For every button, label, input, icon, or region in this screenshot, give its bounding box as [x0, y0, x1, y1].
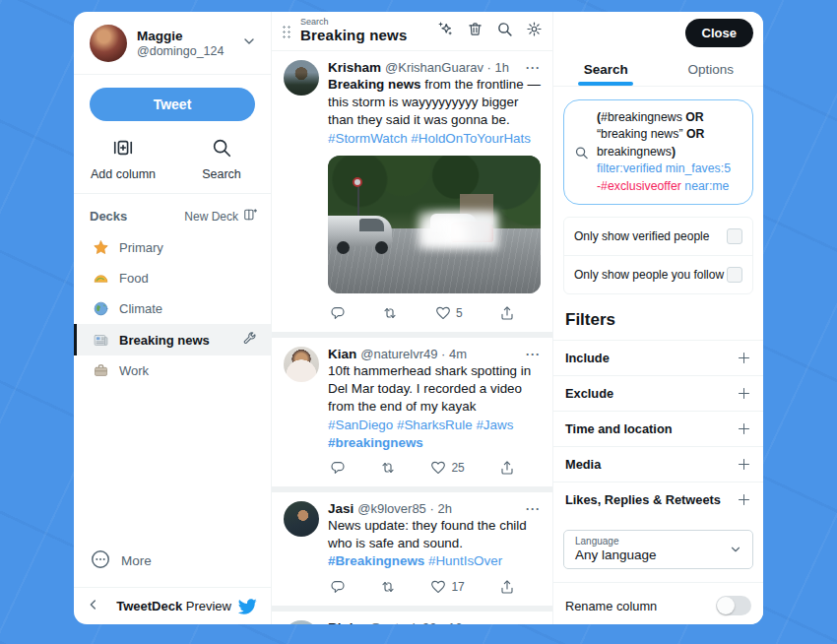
hashtag-link[interactable]: #Jaws: [476, 418, 513, 432]
drag-handle-icon[interactable]: [282, 24, 290, 38]
tweet-photo-flooded-street[interactable]: [328, 156, 541, 293]
more-label: More: [121, 553, 152, 568]
following-filter-row[interactable]: Only show people you follow: [564, 255, 752, 293]
heart-icon: [430, 579, 446, 595]
avatar[interactable]: [284, 347, 319, 382]
like-count: 17: [451, 580, 464, 594]
filter-include[interactable]: Include: [553, 340, 763, 375]
like-count: 5: [456, 306, 463, 320]
retweet-button[interactable]: [380, 579, 396, 595]
reply-button[interactable]: [330, 460, 346, 476]
filter-label: Exclude: [565, 386, 613, 401]
following-filter-label: Only show people you follow: [574, 268, 724, 282]
tweet-text: 10ft hammerhead shark spotting in Del Ma…: [328, 362, 541, 452]
verified-checkbox[interactable]: [727, 228, 742, 244]
retweet-button[interactable]: [382, 305, 398, 321]
hashtag-link[interactable]: #SanDiego: [328, 418, 397, 432]
avatar[interactable]: [284, 501, 319, 537]
search-query-input[interactable]: (#breakingnews OR “breaking news” OR bre…: [563, 99, 753, 205]
hashtag-link[interactable]: #Breakingnews: [328, 553, 428, 568]
verified-filter-label: Only show verified people: [574, 229, 709, 243]
like-button[interactable]: 17: [430, 579, 464, 595]
search-button[interactable]: Search: [172, 137, 271, 181]
wrench-icon[interactable]: [242, 331, 257, 349]
tweet-author[interactable]: Krisham: [328, 60, 381, 75]
tweet-author[interactable]: Rigby: [328, 620, 365, 624]
avatar[interactable]: [284, 620, 319, 624]
sidebar-item-food[interactable]: Food: [74, 263, 271, 293]
sidebar-item-climate[interactable]: Climate: [74, 293, 271, 324]
sidebar-item-work[interactable]: Work: [74, 355, 271, 386]
tweet-author[interactable]: Jasi: [328, 501, 354, 516]
hashtag-link[interactable]: #HoldOnToYourHats: [411, 131, 531, 146]
more-circle-icon: [90, 548, 111, 573]
filter-exclude[interactable]: Exclude: [553, 375, 763, 411]
sparkle-icon[interactable]: [437, 21, 454, 41]
reply-button[interactable]: [330, 305, 346, 321]
tweet-text: Breaking news from the frontline — this …: [328, 76, 541, 148]
tweet-author[interactable]: Kian: [328, 347, 356, 361]
tweet-button[interactable]: Tweet: [90, 88, 255, 121]
share-icon: [499, 460, 515, 476]
tweet-meta: @KrishanGuarav · 1h: [385, 60, 526, 75]
tweet-menu-icon[interactable]: ···: [526, 348, 541, 361]
share-button[interactable]: [499, 305, 515, 321]
language-select[interactable]: Language Any language: [563, 530, 753, 569]
query-text: OR: [685, 110, 703, 124]
add-column-button[interactable]: Add column: [74, 137, 172, 181]
hashtag-link[interactable]: #StormWatch: [328, 131, 411, 146]
tweet-meta: @naturelvr49 · 4m: [360, 347, 526, 361]
gear-icon[interactable]: [526, 21, 543, 41]
tweet-menu-icon[interactable]: ···: [526, 502, 541, 516]
retweet-icon: [380, 579, 396, 595]
tweet[interactable]: Krisham @KrishanGuarav · 1h ··· Breaking…: [272, 51, 552, 332]
user-handle: @domingo_124: [137, 44, 241, 58]
more-button[interactable]: More: [74, 535, 271, 587]
hashtag-link[interactable]: #breakingnews: [328, 435, 423, 450]
tab-options[interactable]: Options: [659, 53, 764, 86]
like-button[interactable]: 5: [435, 305, 463, 321]
profile-switcher[interactable]: Maggie @domingo_124: [74, 12, 271, 74]
tweet-menu-icon[interactable]: ···: [526, 621, 541, 624]
retweet-button[interactable]: [380, 460, 396, 476]
like-button[interactable]: 25: [430, 460, 464, 476]
sidebar-item-primary[interactable]: Primary: [74, 232, 271, 263]
filter-time-location[interactable]: Time and location: [553, 411, 763, 446]
plus-icon: [737, 421, 751, 436]
search-label: Search: [202, 167, 241, 181]
share-button[interactable]: [499, 460, 515, 476]
filter-media[interactable]: Media: [553, 446, 763, 482]
following-checkbox[interactable]: [727, 267, 742, 283]
tweet-menu-icon[interactable]: ···: [526, 61, 541, 75]
collapse-sidebar-icon[interactable]: [86, 597, 101, 616]
filter-engagement[interactable]: Likes, Replies & Retweets: [553, 482, 763, 517]
hashtag-link[interactable]: #HuntIsOver: [428, 553, 502, 568]
rename-toggle[interactable]: [716, 596, 751, 615]
tab-search[interactable]: Search: [553, 53, 659, 86]
search-icon[interactable]: [496, 21, 513, 41]
sidebar-item-breaking-news[interactable]: Breaking news: [74, 324, 271, 355]
avatar[interactable]: [90, 25, 127, 62]
brand-footer: TweetDeck Preview: [101, 597, 257, 616]
hashtag-link[interactable]: #SharksRule: [397, 418, 476, 432]
rename-column-row[interactable]: Rename column: [553, 582, 763, 624]
tweet[interactable]: Rigby @catsule92 · 16m ··· #Breakingnews…: [272, 612, 552, 624]
avatar[interactable]: [284, 60, 319, 96]
reply-button[interactable]: [330, 579, 346, 595]
close-button[interactable]: Close: [685, 19, 753, 47]
add-column-label: Add column: [91, 167, 156, 181]
verified-filter-row[interactable]: Only show verified people: [564, 218, 752, 255]
query-negation: -#exclusiveoffer: [597, 179, 681, 193]
language-label: Language: [575, 536, 723, 547]
query-text: breakingnews: [597, 145, 672, 159]
plus-icon: [737, 492, 751, 507]
new-deck-button[interactable]: New Deck: [184, 208, 257, 225]
tweet[interactable]: Jasi @k9lover85 · 2h ··· News update: th…: [272, 492, 552, 606]
new-deck-icon: [243, 208, 257, 225]
trash-icon[interactable]: [467, 21, 483, 41]
tweet[interactable]: Kian @naturelvr49 · 4m ··· 10ft hammerhe…: [272, 338, 552, 486]
share-button[interactable]: [499, 579, 515, 595]
share-icon: [499, 579, 515, 595]
search-column: Search Breaking news: [272, 12, 553, 624]
heart-icon: [435, 305, 451, 321]
